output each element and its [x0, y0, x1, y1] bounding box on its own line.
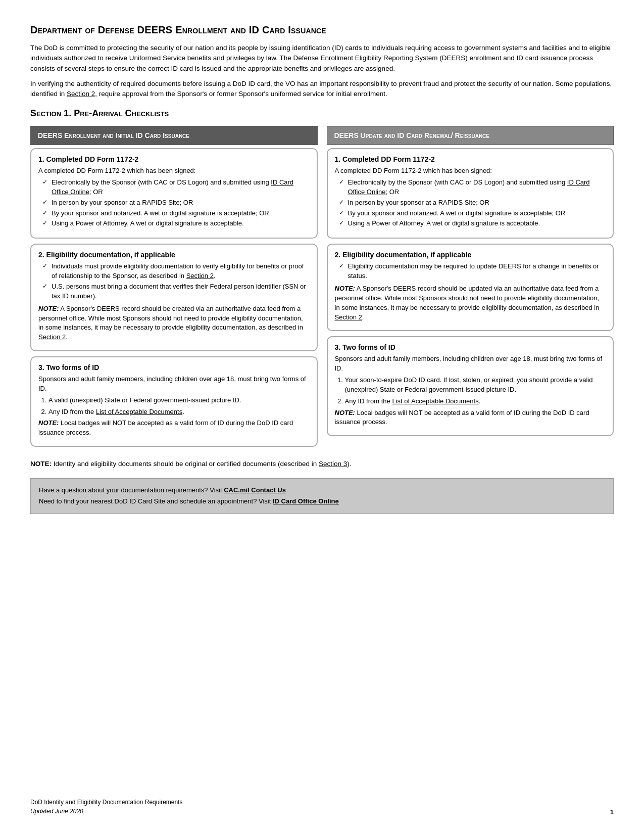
left-item-3-ordered-list: A valid (unexpired) State or Federal gov… [48, 396, 310, 417]
contact-box: Have a question about your documentation… [30, 478, 614, 514]
left-item-3-desc: Sponsors and adult family members, inclu… [38, 375, 310, 394]
right-item-2-title: 2. Eligibility documentation, if applica… [335, 251, 606, 259]
left-item-1-list: Electronically by the Sponsor (with CAC … [42, 178, 310, 228]
left-item-1-title: 1. Completed DD Form 1172-2 [38, 155, 310, 163]
list-item: Electronically by the Sponsor (with CAC … [339, 178, 606, 197]
left-item-2-box: 2. Eligibility documentation, if applica… [30, 244, 318, 351]
right-item-3-desc: Sponsors and adult family members, inclu… [335, 354, 606, 374]
left-item-3-title: 3. Two forms of ID [38, 363, 310, 372]
right-item-3-box: 3. Two forms of ID Sponsors and adult fa… [327, 336, 614, 436]
list-item: By your sponsor and notarized. A wet or … [339, 209, 606, 218]
list-item: Your soon-to-expire DoD ID card. If lost… [345, 376, 606, 395]
right-item-1-title: 1. Completed DD Form 1172-2 [335, 155, 606, 163]
right-column: DEERS Update and ID Card Renewal/ Reissu… [327, 126, 614, 452]
list-item: Individuals must provide eligibility doc… [42, 262, 310, 281]
right-item-3-note: NOTE: Local badges will NOT be accepted … [335, 408, 606, 428]
intro-paragraph-2: In verifying the authenticity of require… [30, 79, 614, 100]
footer-doc-title: DoD Identity and Eligibility Documentati… [30, 798, 182, 807]
list-item: A valid (unexpired) State or Federal gov… [48, 396, 310, 405]
left-item-2-list: Individuals must provide eligibility doc… [42, 262, 310, 301]
two-column-layout: DEERS Enrollment and Initial ID Card Iss… [30, 126, 614, 452]
list-item: In person by your sponsor at a RAPIDS Si… [339, 198, 606, 208]
list-item: Electronically by the Sponsor (with CAC … [42, 178, 310, 197]
footer-left: DoD Identity and Eligibility Documentati… [30, 798, 182, 816]
right-item-2-list: Eligibility documentation may be require… [339, 262, 606, 281]
right-item-3-title: 3. Two forms of ID [335, 343, 606, 351]
list-item: By your sponsor and notarized. A wet or … [42, 209, 310, 218]
footer: DoD Identity and Eligibility Documentati… [30, 798, 614, 816]
main-title: Department of Defense DEERS Enrollment a… [30, 24, 614, 36]
list-item: U.S. persons must bring a document that … [42, 282, 310, 301]
left-item-3-note: NOTE: Local badges will NOT be accepted … [38, 419, 310, 438]
right-item-2-note: NOTE: A Sponsor's DEERS record should be… [335, 284, 606, 322]
right-item-1-list: Electronically by the Sponsor (with CAC … [339, 178, 606, 228]
right-column-header: DEERS Update and ID Card Renewal/ Reissu… [327, 126, 614, 145]
list-item: Eligibility documentation may be require… [339, 262, 606, 281]
left-item-2-note: NOTE: A Sponsor's DEERS record should be… [38, 304, 310, 342]
section-1-title: Section 1. Pre-Arrival Checklists [30, 108, 614, 119]
left-column: DEERS Enrollment and Initial ID Card Iss… [30, 126, 318, 452]
footer-page-number: 1 [610, 808, 614, 816]
list-item: Using a Power of Attorney. A wet or digi… [339, 219, 606, 228]
left-item-2-title: 2. Eligibility documentation, if applica… [38, 251, 310, 259]
left-column-header: DEERS Enrollment and Initial ID Card Iss… [30, 126, 318, 145]
list-item: Using a Power of Attorney. A wet or digi… [42, 219, 310, 228]
right-item-1-box: 1. Completed DD Form 1172-2 A completed … [327, 148, 614, 239]
left-item-3-box: 3. Two forms of ID Sponsors and adult fa… [30, 356, 318, 447]
bottom-note: NOTE: Identity and eligibility documents… [30, 459, 614, 469]
list-item: In person by your sponsor at a RAPIDS Si… [42, 198, 310, 208]
contact-line-2: Need to find your nearest DoD ID Card Si… [39, 496, 605, 507]
page: Department of Defense DEERS Enrollment a… [0, 0, 644, 834]
right-item-2-box: 2. Eligibility documentation, if applica… [327, 244, 614, 331]
left-item-1-box: 1. Completed DD Form 1172-2 A completed … [30, 148, 318, 239]
intro-paragraph-1: The DoD is committed to protecting the s… [30, 43, 614, 74]
contact-line-1: Have a question about your documentation… [39, 485, 605, 496]
left-item-1-desc: A completed DD Form 1172-2 which has bee… [38, 166, 310, 176]
list-item: Any ID from the List of Acceptable Docum… [345, 397, 606, 406]
list-item: Any ID from the List of Acceptable Docum… [48, 407, 310, 417]
right-item-1-desc: A completed DD Form 1172-2 which has bee… [335, 166, 606, 176]
footer-date: Updated June 2020 [30, 807, 182, 816]
right-item-3-ordered-list: Your soon-to-expire DoD ID card. If lost… [345, 376, 606, 406]
